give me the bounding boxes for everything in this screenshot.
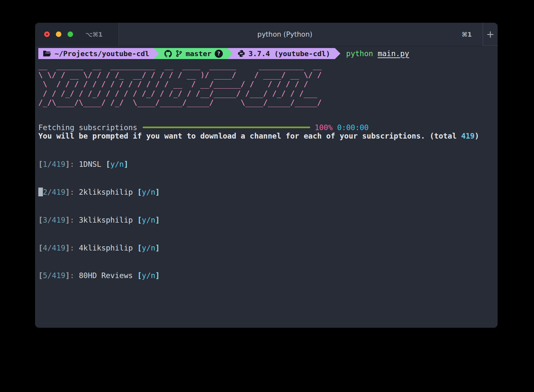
subscription-list: [1/419]: 1DNSL [y/n] [2/419]: 2kliksphil…	[38, 141, 160, 299]
git-branch-name: master	[185, 50, 211, 58]
ascii-banner: __ ______ __ __________ __ ____ ______ _…	[38, 61, 322, 107]
item-total: 419	[52, 216, 66, 224]
item-index: 5	[43, 271, 47, 280]
powerline-separator	[335, 48, 340, 59]
list-item: [5/419]: 80HD Reviews [y/n]	[38, 271, 160, 280]
yn-bracket: ]	[155, 188, 160, 196]
progress-row: Fetching subscriptions 100% 0:00:00	[38, 123, 369, 132]
close-button[interactable]	[44, 31, 50, 37]
minimize-button[interactable]	[56, 31, 61, 37]
yn-bracket: ]	[155, 244, 160, 252]
command-argument: main.py	[378, 49, 409, 58]
colon: :	[70, 216, 79, 224]
prompt-message: You will be prompted if you want to down…	[38, 132, 479, 140]
powerline-prompt: ~/Projects/youtube-cdl master ? 3.7.4 (y…	[38, 48, 409, 59]
banner-line: /_/\____/\____/ /_/ \____/_____/_____/ \…	[38, 98, 322, 107]
item-index: 1	[43, 160, 47, 168]
bracket: [	[38, 216, 43, 224]
python-icon	[237, 50, 245, 57]
git-status-icon: ?	[215, 50, 223, 58]
yn-prompt: y/n	[142, 244, 156, 252]
channel-name: 2kliksphilip	[79, 188, 137, 196]
titlebar: ⌥⌘1 python (Python) ⌘1 +	[35, 23, 498, 46]
banner-line: __ ______ __ __________ __ ____ ______ _…	[38, 61, 322, 70]
yn-bracket: ]	[124, 160, 128, 168]
yn-prompt: y/n	[142, 271, 156, 280]
message-text-end: )	[475, 132, 479, 140]
banner-line: \ / / / / / / / / / / / / / __ / __/____…	[38, 80, 322, 89]
terminal-cursor[interactable]	[38, 188, 43, 196]
git-branch-icon	[176, 50, 182, 57]
yn-prompt: y/n	[142, 188, 156, 196]
channel-name: 4kliksphilip	[79, 244, 137, 252]
colon: :	[70, 188, 79, 196]
command-name: python	[346, 49, 373, 58]
github-icon	[164, 49, 172, 58]
bracket: ]	[65, 271, 70, 280]
powerline-separator	[154, 48, 159, 59]
item-index: 3	[43, 216, 47, 224]
yn-bracket: [	[137, 188, 142, 196]
zoom-button[interactable]	[68, 31, 73, 37]
item-total: 419	[52, 188, 66, 196]
title-area: python (Python)	[119, 23, 451, 46]
slash: /	[47, 244, 52, 252]
colon: :	[70, 244, 79, 252]
list-item: [3/419]: 3kliksphilip [y/n]	[38, 215, 160, 225]
item-index: 2	[43, 188, 47, 196]
terminal-window: ⌥⌘1 python (Python) ⌘1 + ~/Projects/yout…	[35, 23, 498, 328]
channel-name: 1DNSL	[79, 160, 106, 168]
new-tab-button[interactable]: +	[483, 23, 498, 46]
bracket: [	[38, 160, 43, 168]
cwd-segment: ~/Projects/youtube-cdl	[38, 48, 154, 59]
progress-bar	[143, 127, 310, 128]
yn-bracket: [	[137, 271, 142, 280]
cwd-path: ~/Projects/youtube-cdl	[55, 50, 149, 58]
slash: /	[47, 160, 52, 168]
bracket: ]	[65, 216, 70, 224]
pane-shortcut-label: ⌘1	[451, 23, 483, 46]
python-env-segment: 3.7.4 (youtube-cdl)	[233, 48, 335, 59]
progress-label: Fetching subscriptions	[38, 123, 137, 132]
yn-bracket: ]	[155, 271, 160, 280]
bracket: [	[38, 244, 43, 252]
window-controls	[44, 31, 73, 37]
tab-shortcut-label: ⌥⌘1	[85, 31, 103, 38]
channel-name: 3kliksphilip	[79, 216, 137, 224]
powerline-separator	[227, 48, 233, 59]
list-item: [1/419]: 1DNSL [y/n]	[38, 160, 160, 169]
yn-bracket: ]	[155, 216, 160, 224]
colon: :	[70, 271, 79, 280]
python-version: 3.7.4 (youtube-cdl)	[248, 50, 330, 58]
yn-prompt: y/n	[110, 160, 124, 168]
item-index: 4	[43, 244, 47, 252]
window-title: python (Python)	[257, 31, 312, 38]
progress-elapsed: 0:00:00	[337, 123, 369, 132]
slash: /	[47, 188, 52, 196]
bracket: ]	[65, 160, 70, 168]
item-total: 419	[52, 271, 66, 280]
total-count: 419	[461, 132, 475, 140]
command-line: python main.py	[346, 48, 409, 59]
item-total: 419	[52, 160, 66, 168]
banner-line: \ \/ / __ \/ / / /_ __/ / / / / __ )/ __…	[38, 70, 322, 80]
banner-line: / / /_/ / /_/ / / / / /_/ / /_/ / /__/__…	[38, 89, 322, 98]
list-item: [4/419]: 4kliksphilip [y/n]	[38, 243, 160, 253]
yn-bracket: [	[137, 216, 142, 224]
desktop: ⌥⌘1 python (Python) ⌘1 + ~/Projects/yout…	[0, 0, 534, 392]
bracket: ]	[65, 188, 70, 196]
slash: /	[47, 271, 52, 280]
bracket: [	[38, 271, 43, 280]
yn-prompt: y/n	[142, 216, 156, 224]
channel-name: 80HD Reviews	[79, 271, 137, 280]
slash: /	[47, 216, 52, 224]
list-item: [2/419]: 2kliksphilip [y/n]	[38, 188, 160, 197]
item-total: 419	[52, 244, 66, 252]
git-segment: master ?	[159, 48, 227, 59]
progress-percent: 100%	[315, 123, 333, 132]
folder-open-icon	[43, 50, 51, 57]
tab-active[interactable]: ⌥⌘1	[35, 23, 119, 46]
message-text: You will be prompted if you want to down…	[38, 132, 461, 140]
bracket: ]	[65, 244, 70, 252]
yn-bracket: [	[106, 160, 110, 168]
